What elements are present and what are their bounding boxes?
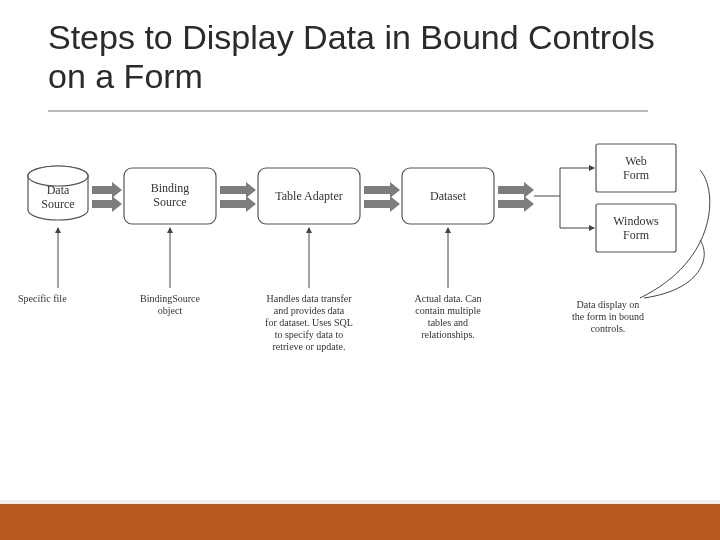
- caption-ta-4: retrieve or update.: [272, 341, 345, 352]
- caption-ta-3: to specify data to: [275, 329, 344, 340]
- node-web-form: Web Form: [596, 144, 676, 192]
- caption-ds-1: contain multiple: [415, 305, 481, 316]
- flow-diagram: Data Source Binding Source Table Adapter…: [0, 140, 720, 430]
- caption-ds-0: Actual data. Can: [415, 293, 482, 304]
- svg-marker-11: [364, 182, 400, 198]
- binding-source-label-1: Binding: [151, 181, 190, 195]
- table-adapter-label: Table Adapter: [275, 189, 342, 203]
- node-windows-form: Windows Form: [596, 204, 676, 252]
- node-table-adapter: Table Adapter: [258, 168, 360, 224]
- svg-marker-14: [498, 196, 534, 212]
- node-data-source: Data Source: [28, 166, 88, 220]
- svg-marker-13: [498, 182, 534, 198]
- fork-to-forms: [534, 168, 594, 228]
- caption-ta-0: Handles data transfer: [267, 293, 353, 304]
- svg-marker-12: [364, 196, 400, 212]
- node-dataset: Dataset: [402, 168, 494, 224]
- caption-forms-1: the form in bound: [572, 311, 644, 322]
- svg-marker-9: [220, 182, 256, 198]
- slide-title: Steps to Display Data in Bound Controls …: [48, 18, 680, 96]
- caption-ds-3: relationships.: [421, 329, 475, 340]
- caption-ds-2: tables and: [428, 317, 468, 328]
- arrow-ta-to-ds2: [364, 182, 400, 212]
- title-underline: [48, 110, 648, 112]
- data-source-label-2: Source: [41, 197, 74, 211]
- dataset-label: Dataset: [430, 189, 467, 203]
- arrow-ds-to-bs: [92, 182, 122, 212]
- footer-band: [0, 504, 720, 540]
- windows-form-label-2: Form: [623, 228, 650, 242]
- binding-source-label-2: Source: [153, 195, 186, 209]
- svg-marker-7: [92, 182, 122, 198]
- caption-binding-src-0: BindingSource: [140, 293, 201, 304]
- caption-specific-file: Specific file: [18, 293, 67, 304]
- caption-forms-2: controls.: [591, 323, 626, 334]
- arrow-ds2-to-forms: [498, 182, 534, 212]
- caption-forms-0: Data display on: [577, 299, 640, 310]
- web-form-label-2: Form: [623, 168, 650, 182]
- svg-marker-8: [92, 196, 122, 212]
- caption-ta-2: for dataset. Uses SQL: [265, 317, 353, 328]
- node-binding-source: Binding Source: [124, 168, 216, 224]
- data-source-label-1: Data: [47, 183, 70, 197]
- svg-marker-10: [220, 196, 256, 212]
- caption-binding-src-1: object: [158, 305, 183, 316]
- caption-ta-1: and provides data: [274, 305, 345, 316]
- windows-form-label-1: Windows: [613, 214, 659, 228]
- web-form-label-1: Web: [625, 154, 647, 168]
- arrow-bs-to-ta: [220, 182, 256, 212]
